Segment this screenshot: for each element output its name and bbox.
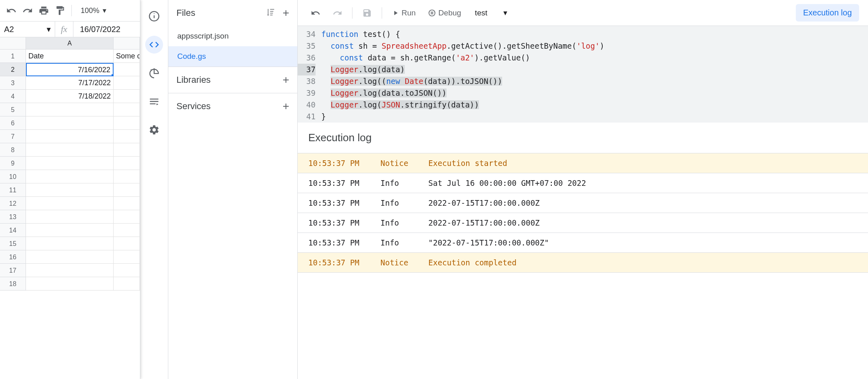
cell[interactable] — [26, 183, 114, 197]
cell[interactable] — [114, 116, 140, 130]
cell[interactable] — [26, 277, 114, 291]
cell[interactable] — [26, 210, 114, 224]
row-header[interactable]: 12 — [0, 197, 26, 210]
undo-button[interactable] — [307, 6, 324, 20]
cell[interactable] — [114, 197, 140, 210]
cell[interactable] — [26, 116, 114, 130]
cell[interactable] — [114, 63, 140, 76]
add-library-button[interactable]: + — [283, 74, 289, 86]
code-editor[interactable]: 3435363738394041 function test() { const… — [298, 26, 868, 123]
files-title: Files — [176, 8, 195, 18]
cell[interactable] — [26, 250, 114, 264]
column-header-b[interactable] — [114, 37, 140, 50]
add-file-button[interactable]: + — [283, 7, 289, 19]
row-header[interactable]: 10 — [0, 170, 26, 183]
add-service-button[interactable]: + — [283, 101, 289, 112]
cell[interactable] — [114, 76, 140, 90]
log-row: 10:53:37 PMNoticeExecution completed — [298, 253, 868, 273]
overview-icon[interactable] — [145, 7, 163, 25]
zoom-select[interactable]: 100%▾ — [77, 6, 110, 15]
sort-az-icon[interactable] — [266, 7, 275, 19]
file-item[interactable]: appsscript.json — [168, 26, 297, 46]
cell[interactable] — [26, 130, 114, 143]
row-header[interactable]: 15 — [0, 237, 26, 250]
row-header[interactable]: 3 — [0, 76, 26, 90]
chevron-down-icon: ▾ — [503, 8, 507, 17]
cell[interactable]: Some c — [114, 50, 140, 63]
spreadsheet-panel: 100%▾ A2▾ fx 16/07/2022 A 1DateSome c27/… — [0, 0, 140, 379]
cell[interactable] — [114, 237, 140, 250]
settings-icon[interactable] — [145, 121, 163, 139]
chevron-down-icon: ▾ — [103, 6, 106, 15]
row-header[interactable]: 13 — [0, 210, 26, 224]
row-header[interactable]: 2 — [0, 63, 26, 76]
function-select[interactable]: test▾ — [469, 6, 518, 20]
log-time: 10:53:37 PM — [308, 159, 369, 168]
cell[interactable] — [26, 143, 114, 157]
cell[interactable] — [114, 183, 140, 197]
undo-button[interactable] — [5, 4, 18, 17]
cell[interactable] — [26, 264, 114, 277]
cell[interactable]: 7/18/2022 — [26, 90, 114, 103]
row-header[interactable]: 11 — [0, 183, 26, 197]
code-body[interactable]: function test() { const sh = Spreadsheet… — [321, 28, 868, 123]
row-header[interactable]: 4 — [0, 90, 26, 103]
execution-log-button[interactable]: Execution log — [796, 4, 859, 22]
log-level: Info — [380, 238, 417, 247]
column-header-a[interactable]: A — [26, 37, 114, 50]
cell[interactable]: 7/17/2022 — [26, 76, 114, 90]
save-button[interactable] — [358, 6, 376, 20]
run-button[interactable]: Run — [388, 6, 420, 20]
row-header[interactable]: 8 — [0, 143, 26, 157]
run-label: Run — [402, 9, 416, 17]
print-button[interactable] — [37, 4, 50, 17]
cell[interactable] — [114, 250, 140, 264]
row-header[interactable]: 6 — [0, 116, 26, 130]
cell[interactable] — [114, 277, 140, 291]
debug-button[interactable]: Debug — [424, 6, 465, 20]
cell[interactable] — [114, 224, 140, 237]
paint-format-button[interactable] — [54, 4, 67, 17]
cell[interactable] — [26, 157, 114, 170]
name-box[interactable]: A2▾ — [0, 22, 55, 37]
redo-button[interactable] — [329, 6, 346, 20]
cell[interactable]: 7/16/2022 — [26, 63, 114, 76]
file-item[interactable]: Code.gs — [168, 46, 297, 67]
cell[interactable] — [114, 90, 140, 103]
cell[interactable] — [114, 103, 140, 116]
cell[interactable] — [114, 170, 140, 183]
triggers-icon[interactable] — [145, 64, 163, 82]
cell[interactable] — [114, 264, 140, 277]
cell[interactable] — [26, 197, 114, 210]
row-header[interactable]: 7 — [0, 130, 26, 143]
select-all-corner[interactable] — [0, 37, 26, 50]
editor-icon[interactable] — [145, 36, 163, 54]
editor-toolbar: Run Debug test▾ Execution log — [298, 0, 868, 26]
row-header[interactable]: 9 — [0, 157, 26, 170]
cell[interactable] — [26, 103, 114, 116]
executions-icon[interactable] — [145, 93, 163, 110]
row-header[interactable]: 16 — [0, 250, 26, 264]
toolbar-divider — [352, 7, 352, 19]
cell[interactable] — [114, 157, 140, 170]
cell[interactable]: Date — [26, 50, 114, 63]
cell[interactable] — [26, 224, 114, 237]
cell[interactable] — [114, 143, 140, 157]
apps-script-panel: Files + appsscript.jsonCode.gs Libraries… — [140, 0, 868, 379]
redo-button[interactable] — [21, 4, 34, 17]
cell[interactable] — [114, 210, 140, 224]
spreadsheet-grid[interactable]: A 1DateSome c27/16/202237/17/202247/18/2… — [0, 37, 140, 379]
chevron-down-icon: ▾ — [47, 24, 51, 34]
row-header[interactable]: 5 — [0, 103, 26, 116]
cell[interactable] — [114, 130, 140, 143]
row-header[interactable]: 14 — [0, 224, 26, 237]
log-time: 10:53:37 PM — [308, 179, 369, 187]
row-header[interactable]: 1 — [0, 50, 26, 63]
cell[interactable] — [26, 170, 114, 183]
formula-input[interactable]: 16/07/2022 — [73, 25, 127, 34]
files-panel: Files + appsscript.jsonCode.gs Libraries… — [168, 0, 298, 379]
row-header[interactable]: 17 — [0, 264, 26, 277]
cell[interactable] — [26, 237, 114, 250]
row-header[interactable]: 18 — [0, 277, 26, 291]
zoom-value: 100% — [81, 6, 99, 15]
